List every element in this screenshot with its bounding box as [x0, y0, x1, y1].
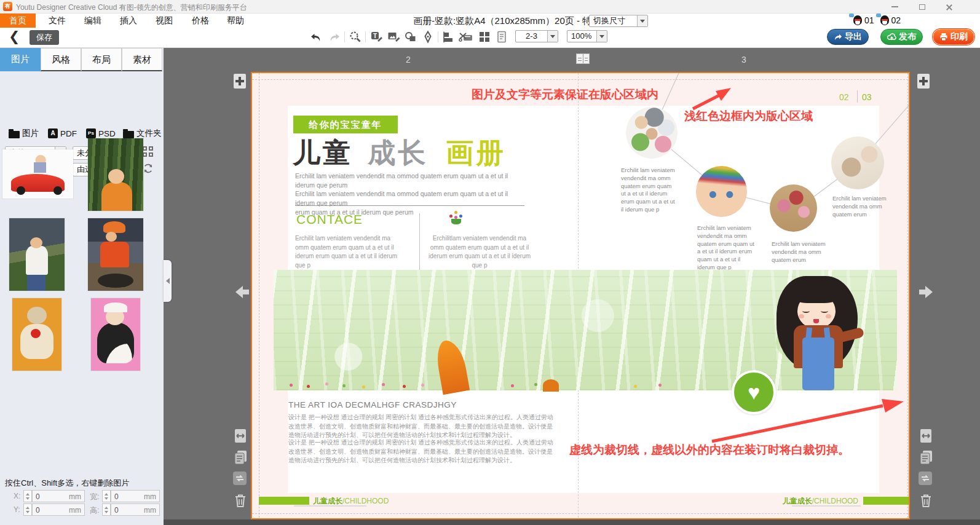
edit-text-button[interactable]: T [369, 30, 384, 44]
window-minimize-button[interactable] [885, 0, 904, 14]
width-field[interactable]: 0mm [111, 490, 160, 502]
menu-insert[interactable]: 插入 [114, 14, 143, 28]
crop-cut-button[interactable] [459, 30, 473, 44]
copy-page-button[interactable] [233, 449, 248, 465]
export-button[interactable]: 导出 [827, 29, 869, 45]
contact-heading[interactable]: CONTACE [296, 212, 363, 227]
copy-page-button[interactable] [919, 449, 933, 465]
window-maximize-button[interactable] [913, 0, 931, 14]
chevron-down-icon[interactable] [637, 15, 647, 26]
contact-column-1[interactable]: Erchilit lam veniatem vendendit ma omm q… [295, 234, 403, 270]
menu-file[interactable]: 文件 [43, 14, 71, 28]
photo-caption-2[interactable]: Erchilit lam veniatem vendendit ma omm q… [697, 224, 755, 272]
intro-text-object[interactable]: Erchilit lam veniatem vendendit ma ommod… [295, 172, 528, 216]
spread-view-icon[interactable] [576, 53, 590, 64]
back-button[interactable]: ❮ [9, 29, 20, 45]
brand-logo-icon[interactable] [449, 211, 464, 226]
thumbnail-baby-with-apple-orange-bg[interactable] [12, 298, 61, 371]
photo-kids-circle[interactable] [626, 107, 678, 159]
y-field[interactable]: 0mm [32, 503, 85, 516]
refresh-button[interactable] [142, 162, 154, 177]
width-stepper[interactable] [102, 490, 111, 502]
zoom-select-button[interactable] [348, 30, 363, 44]
divider-line[interactable] [295, 205, 524, 206]
height-stepper[interactable] [102, 503, 111, 516]
view-mode-grid-button[interactable] [143, 146, 154, 157]
menu-help[interactable]: 帮助 [221, 14, 250, 28]
page-range-dropdown[interactable]: 2-3 [515, 30, 558, 42]
photo-sleeping-baby[interactable] [831, 136, 884, 189]
sidebar-collapse-handle[interactable] [164, 260, 172, 302]
align-button[interactable] [441, 30, 456, 44]
window-close-button[interactable] [939, 0, 958, 14]
print-button[interactable]: 印刷 [933, 29, 974, 45]
thumbnail-baby-in-red-toy-car[interactable] [2, 149, 73, 199]
banner-text-object[interactable]: 给你的宝宝童年 [293, 116, 398, 133]
publish-button[interactable]: 发布 [880, 29, 923, 45]
shapes-button[interactable] [403, 30, 418, 44]
forest-illustration[interactable] [274, 270, 897, 390]
art-paragraph-2[interactable]: 设计是 把一种设想 通过合理的规划 周密的计划 通过各种感觉形式传达出来的过程。… [288, 438, 555, 465]
title-text-object[interactable]: 儿童 成长 画册 [293, 135, 506, 172]
menu-price[interactable]: 价格 [186, 14, 215, 28]
menu-edit[interactable]: 编辑 [79, 14, 107, 28]
menu-view[interactable]: 视图 [150, 14, 178, 28]
undo-icon [310, 30, 323, 44]
swap-page-button[interactable] [918, 471, 933, 487]
prev-spread-button[interactable] [234, 285, 250, 299]
photo-caption-1[interactable]: Erchilit lam veniatem vendendit ma omm q… [621, 167, 678, 214]
qq-penguin-icon[interactable] [853, 15, 862, 25]
layout-grid-button[interactable] [477, 30, 492, 44]
thumbnail-boy-chef-cooking[interactable] [88, 218, 143, 291]
tab-layout[interactable]: 布局 [81, 48, 122, 71]
tab-style[interactable]: 风格 [41, 48, 81, 71]
pen-tool-button[interactable] [421, 30, 435, 44]
photo-face-paint-boy[interactable] [696, 166, 747, 217]
menu-home[interactable]: 首页 [0, 14, 36, 28]
heart-badge[interactable]: ♥ [732, 370, 776, 414]
red-arrow-2-head [882, 399, 904, 412]
thumbnail-baby-in-spotted-suit-pink-bg[interactable] [91, 298, 140, 371]
x-stepper[interactable] [23, 490, 32, 502]
tab-material[interactable]: 素材 [122, 48, 162, 71]
zoom-level-dropdown[interactable]: 100% [567, 30, 607, 42]
switch-size-dropdown[interactable]: 切换尺寸 [589, 15, 648, 27]
photo-caption-4[interactable]: Erchilit lam veniatem vendendit ma omm q… [832, 195, 893, 218]
add-page-before-button[interactable] [234, 74, 246, 89]
save-button[interactable]: 保存 [30, 30, 59, 45]
chevron-down-icon[interactable] [596, 31, 607, 42]
add-page-after-button[interactable] [917, 74, 930, 89]
delete-page-button[interactable] [919, 492, 933, 508]
swap-page-button[interactable] [232, 471, 247, 487]
art-heading[interactable]: THE ART IOA DECMALHGF CRASDJHGY [288, 400, 457, 409]
next-spread-button[interactable] [918, 285, 934, 299]
undo-button[interactable] [309, 30, 324, 44]
delete-page-button[interactable] [233, 492, 248, 508]
spread-canvas[interactable]: 02 03 给你的宝宝童年 儿童 成长 画册 Erchilit lam veni… [251, 72, 910, 519]
footer-regular: /CHILDHOOD [342, 497, 389, 505]
thumbnail-boy-in-bamboo-forest[interactable] [88, 138, 143, 211]
page-resize-button[interactable] [919, 428, 933, 444]
x-field[interactable]: 0mm [32, 490, 85, 502]
thumbnail-boy-in-front-of-house[interactable] [9, 218, 65, 291]
height-field[interactable]: 0mm [111, 503, 160, 516]
photo-caption-3[interactable]: Erchilit lam veniatem vendendit ma omm q… [772, 240, 828, 264]
import-pdf-button[interactable]: A PDF [48, 127, 77, 140]
import-images-button[interactable]: 图片 [9, 127, 39, 140]
contact-column-2[interactable]: Erchilitlam veniatem vendendit ma omm qu… [427, 234, 532, 270]
chevron-down-icon[interactable] [547, 31, 558, 42]
art-paragraph-1[interactable]: 设计是 把一种设想 通过合理的规划 周密的计划 通过各种感觉形式传达出来的过程。… [288, 413, 555, 440]
photo-kids-playing[interactable] [770, 184, 817, 232]
redo-button[interactable] [326, 30, 341, 44]
title-part-3: 画册 [446, 137, 506, 168]
edit-image-button[interactable] [386, 30, 401, 44]
footer-bar-right[interactable] [863, 497, 910, 505]
qq-penguin-icon[interactable] [880, 15, 889, 25]
y-stepper[interactable] [23, 503, 32, 516]
single-page-view-button[interactable] [494, 30, 509, 44]
tab-images[interactable]: 图片 [0, 48, 41, 71]
horizontal-scrollbar[interactable] [164, 519, 980, 525]
page-resize-button[interactable] [233, 428, 248, 444]
refresh-icon [142, 162, 154, 175]
footer-bar-left[interactable] [259, 497, 309, 505]
